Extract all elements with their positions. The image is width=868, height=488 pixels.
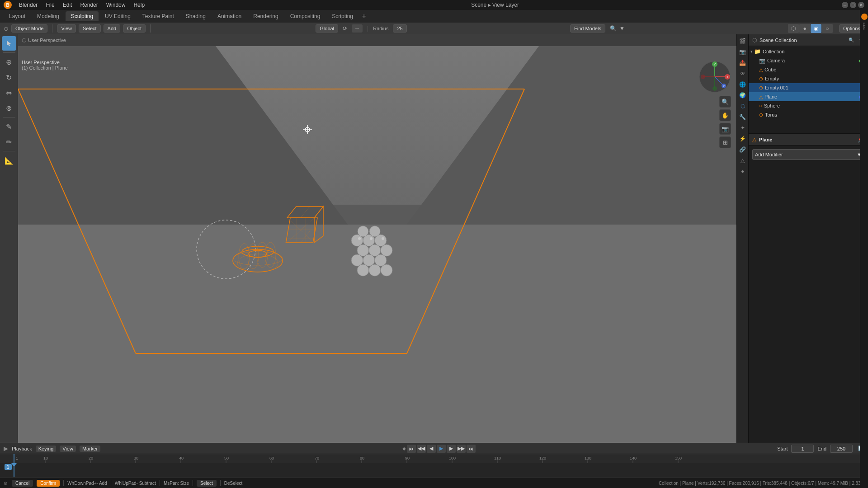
tab-scripting[interactable]: Scripting [326, 11, 359, 21]
props-render-icon[interactable]: 📷 [738, 47, 748, 57]
empty-icon: ⊕ [759, 76, 763, 82]
blender-icon-edge[interactable] [861, 14, 868, 20]
props-particles-icon[interactable]: ✦ [738, 123, 748, 133]
tool-measure[interactable]: 📐 [2, 153, 16, 168]
props-object-icon[interactable]: ⬡ [738, 101, 748, 111]
play-btn[interactable]: ▶ [437, 445, 446, 453]
add-modifier-button[interactable]: Add Modifier ▼ [752, 149, 864, 160]
shading-material[interactable]: ◉ [811, 24, 821, 33]
outliner-item-collection[interactable]: ▾ 📁 Collection 👁 [749, 47, 868, 56]
maximize-button[interactable]: □ [850, 2, 856, 8]
menu-blender[interactable]: Blender [15, 1, 41, 9]
props-world-icon[interactable]: 🌍 [738, 90, 748, 100]
props-output-icon[interactable]: 📤 [738, 58, 748, 68]
outliner-camera-name: Camera [767, 58, 859, 63]
props-data-icon[interactable]: △ [738, 155, 748, 165]
object-menu[interactable]: Object [123, 24, 146, 33]
outliner-item-torus[interactable]: ⊙ Torus 👁 [749, 110, 868, 119]
radius-value[interactable]: 25 [393, 24, 406, 33]
tool-annotate[interactable]: ✎ [2, 119, 16, 134]
next-keyframe-btn[interactable]: ▶▶ [457, 445, 466, 453]
tab-rendering[interactable]: Rendering [248, 11, 283, 21]
pan-button[interactable]: ✋ [719, 109, 731, 121]
tab-layout[interactable]: Layout [4, 11, 31, 21]
tab-compositing[interactable]: Compositing [285, 11, 326, 21]
menu-render[interactable]: Render [76, 1, 101, 9]
tool-select[interactable] [2, 36, 16, 51]
start-frame-input[interactable] [791, 445, 814, 453]
tool-move[interactable]: ⊕ [2, 55, 16, 69]
tab-modeling[interactable]: Modeling [32, 11, 65, 21]
tool-transform[interactable]: ⊗ [2, 101, 16, 115]
outliner-filter[interactable]: 🔍 [847, 37, 855, 43]
minimize-button[interactable]: ─ [842, 2, 848, 8]
step-back-btn[interactable]: ◀ [427, 445, 436, 453]
view-dropdown[interactable]: View [60, 446, 76, 452]
title-menus: Blender File Edit Render Window Help [15, 1, 148, 9]
shading-solid[interactable]: ● [799, 24, 810, 33]
find-models-btn[interactable]: Find Models [570, 24, 605, 33]
menu-file[interactable]: File [42, 1, 58, 9]
outliner-item-cube[interactable]: △ Cube 👁 [749, 65, 868, 74]
step-forward-btn[interactable]: ▶ [447, 445, 456, 453]
outliner-item-empty001[interactable]: ⊕ Empty.001 👁 [749, 83, 868, 92]
shading-wireframe[interactable]: ⬡ [788, 24, 799, 33]
main-viewport[interactable]: ⬡ User Perspective User Perspective [18, 34, 736, 443]
prev-keyframe-btn[interactable]: ◀◀ [417, 445, 426, 453]
end-frame-input[interactable] [830, 445, 853, 453]
object-mode-dropdown[interactable]: Object Mode [11, 24, 47, 33]
whuppad-label: WhlUpPad- Subtract [115, 481, 156, 486]
cancel-button[interactable]: Cancel [12, 480, 33, 487]
tab-sculpting[interactable]: Sculpting [66, 11, 99, 21]
jump-to-end-btn[interactable]: ⏭ [467, 445, 476, 453]
props-scene-icon[interactable]: 🎬 [738, 36, 748, 46]
tool-annotate2[interactable]: ✏ [2, 135, 16, 149]
props-modifier-icon[interactable]: 🔧 [738, 112, 748, 122]
outliner-item-camera[interactable]: 📷 Camera ■ 👁 [749, 56, 868, 65]
jump-to-start-btn[interactable]: ⏮ [407, 445, 416, 453]
view-menu[interactable]: View [57, 24, 76, 33]
shading-rendered[interactable]: ○ [822, 24, 833, 33]
props-physics-icon[interactable]: ⚡ [738, 134, 748, 144]
transform-global-btn[interactable]: Global [316, 24, 338, 33]
menu-window[interactable]: Window [103, 1, 129, 9]
playhead[interactable] [14, 463, 14, 477]
tool-scale[interactable]: ⇔ [2, 85, 16, 100]
keying-dropdown[interactable]: Keying [36, 446, 57, 452]
transform-icon2[interactable]: ↔ [352, 24, 363, 33]
outliner-item-plane[interactable]: △ Plane ■ 👁 [749, 92, 868, 101]
add-menu[interactable]: Add [104, 24, 121, 33]
select-menu[interactable]: Select [79, 24, 101, 33]
select-status-button[interactable]: Select [197, 480, 217, 487]
zoom-in-button[interactable]: 🔍 [719, 96, 731, 108]
tool-rotate[interactable]: ↻ [2, 70, 16, 84]
search-expand-icon[interactable]: ▼ [619, 25, 625, 32]
menu-help[interactable]: Help [130, 1, 148, 9]
timeline-frames[interactable]: 1 [0, 463, 868, 477]
transform-icon1[interactable]: ⟳ [343, 25, 347, 32]
grid-button[interactable]: ⊞ [719, 136, 731, 148]
playback-label[interactable]: Playback [12, 446, 32, 451]
viewport-gizmo[interactable]: Y X Z [698, 61, 731, 94]
menu-edit[interactable]: Edit [59, 1, 76, 9]
search-icon[interactable]: 🔍 [610, 25, 617, 32]
svg-text:90: 90 [405, 456, 410, 460]
props-material-icon[interactable]: ● [738, 166, 748, 176]
props-scene2-icon[interactable]: 🌐 [738, 80, 748, 89]
confirm-button[interactable]: Confirm [37, 480, 60, 487]
close-button[interactable]: ✕ [858, 2, 864, 8]
outliner-item-sphere[interactable]: ○ Sphere 👁 [749, 101, 868, 110]
tab-texture-paint[interactable]: Texture Paint [137, 11, 179, 21]
svg-text:X: X [726, 75, 729, 79]
tab-animation[interactable]: Animation [212, 11, 247, 21]
outliner-item-empty[interactable]: ⊕ Empty 👁 [749, 74, 868, 83]
marker-dropdown[interactable]: Marker [80, 446, 100, 452]
props-view-icon[interactable]: 👁 [738, 69, 748, 79]
props-constraints-icon[interactable]: 🔗 [738, 145, 748, 155]
camera-button[interactable]: 📷 [719, 123, 731, 135]
tab-shading[interactable]: Shading [180, 11, 211, 21]
add-workspace-button[interactable]: + [359, 12, 368, 21]
tool-separator3 [3, 151, 15, 151]
tab-uv-editing[interactable]: UV Editing [99, 11, 136, 21]
svg-rect-62 [14, 454, 14, 463]
